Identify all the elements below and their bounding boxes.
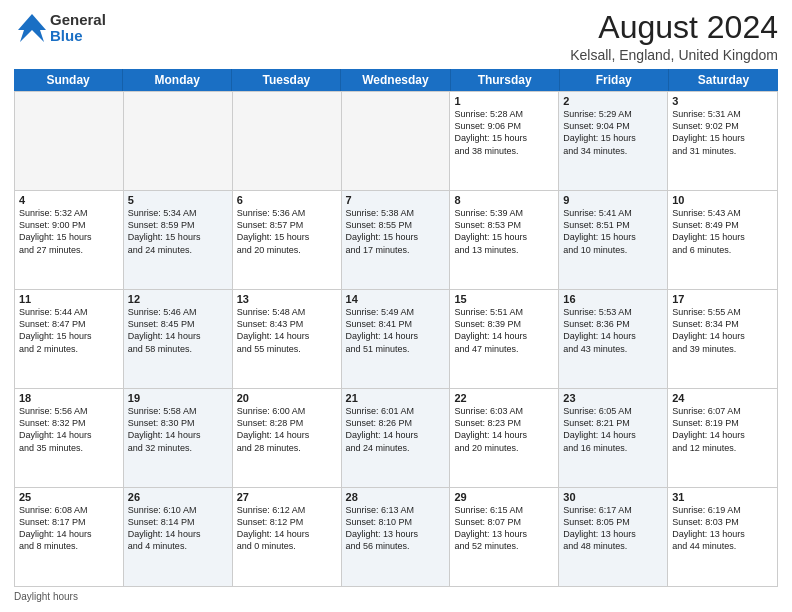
cell-info-line: Daylight: 14 hours <box>237 330 337 342</box>
cell-info-line: Sunset: 8:57 PM <box>237 219 337 231</box>
calendar-cell: 8Sunrise: 5:39 AMSunset: 8:53 PMDaylight… <box>450 191 559 289</box>
cell-info-line: Sunset: 8:55 PM <box>346 219 446 231</box>
cell-info-line: Sunrise: 6:12 AM <box>237 504 337 516</box>
cell-info-line: Sunset: 9:04 PM <box>563 120 663 132</box>
cell-info-line: Daylight: 14 hours <box>237 429 337 441</box>
cell-info-line: Sunset: 8:47 PM <box>19 318 119 330</box>
cell-info-line: and 17 minutes. <box>346 244 446 256</box>
cell-info-line: Sunrise: 5:58 AM <box>128 405 228 417</box>
cell-info-line: and 43 minutes. <box>563 343 663 355</box>
cell-info-line: and 20 minutes. <box>237 244 337 256</box>
day-header-monday: Monday <box>123 69 232 91</box>
cell-info-line: and 16 minutes. <box>563 442 663 454</box>
calendar-cell: 24Sunrise: 6:07 AMSunset: 8:19 PMDayligh… <box>668 389 777 487</box>
cell-info-line: Daylight: 15 hours <box>19 231 119 243</box>
cell-info-line: Sunrise: 5:49 AM <box>346 306 446 318</box>
cell-info-line: Daylight: 15 hours <box>563 132 663 144</box>
cell-info-line: Sunset: 8:03 PM <box>672 516 773 528</box>
calendar-cell: 4Sunrise: 5:32 AMSunset: 9:00 PMDaylight… <box>15 191 124 289</box>
day-number: 7 <box>346 194 446 206</box>
cell-info-line: Sunset: 8:34 PM <box>672 318 773 330</box>
calendar-cell: 2Sunrise: 5:29 AMSunset: 9:04 PMDaylight… <box>559 92 668 190</box>
cell-info-line: and 44 minutes. <box>672 540 773 552</box>
cell-info-line: Daylight: 14 hours <box>563 429 663 441</box>
calendar-cell: 6Sunrise: 5:36 AMSunset: 8:57 PMDaylight… <box>233 191 342 289</box>
calendar-cell: 7Sunrise: 5:38 AMSunset: 8:55 PMDaylight… <box>342 191 451 289</box>
day-number: 25 <box>19 491 119 503</box>
month-title: August 2024 <box>570 10 778 45</box>
calendar-cell: 23Sunrise: 6:05 AMSunset: 8:21 PMDayligh… <box>559 389 668 487</box>
calendar-cell: 22Sunrise: 6:03 AMSunset: 8:23 PMDayligh… <box>450 389 559 487</box>
calendar-header: SundayMondayTuesdayWednesdayThursdayFrid… <box>14 69 778 91</box>
cell-info-line: Sunrise: 5:38 AM <box>346 207 446 219</box>
cell-info-line: Daylight: 15 hours <box>128 231 228 243</box>
day-header-wednesday: Wednesday <box>341 69 450 91</box>
cell-info-line: Daylight: 15 hours <box>19 330 119 342</box>
calendar-cell <box>124 92 233 190</box>
cell-info-line: Sunrise: 6:15 AM <box>454 504 554 516</box>
cell-info-line: and 24 minutes. <box>346 442 446 454</box>
calendar-cell <box>15 92 124 190</box>
cell-info-line: and 55 minutes. <box>237 343 337 355</box>
cell-info-line: Sunset: 8:17 PM <box>19 516 119 528</box>
day-number: 15 <box>454 293 554 305</box>
cell-info-line: Sunrise: 5:41 AM <box>563 207 663 219</box>
cell-info-line: Daylight: 14 hours <box>128 429 228 441</box>
cell-info-line: Daylight: 14 hours <box>237 528 337 540</box>
day-number: 21 <box>346 392 446 404</box>
title-block: August 2024 Kelsall, England, United Kin… <box>570 10 778 63</box>
cell-info-line: Sunrise: 5:29 AM <box>563 108 663 120</box>
cell-info-line: Sunset: 9:02 PM <box>672 120 773 132</box>
cell-info-line: and 10 minutes. <box>563 244 663 256</box>
cell-info-line: and 32 minutes. <box>128 442 228 454</box>
day-number: 24 <box>672 392 773 404</box>
cell-info-line: and 0 minutes. <box>237 540 337 552</box>
cell-info-line: Sunset: 8:28 PM <box>237 417 337 429</box>
cell-info-line: Daylight: 13 hours <box>454 528 554 540</box>
cell-info-line: and 58 minutes. <box>128 343 228 355</box>
day-number: 16 <box>563 293 663 305</box>
calendar-cell: 3Sunrise: 5:31 AMSunset: 9:02 PMDaylight… <box>668 92 777 190</box>
cell-info-line: Daylight: 14 hours <box>346 330 446 342</box>
calendar-cell: 25Sunrise: 6:08 AMSunset: 8:17 PMDayligh… <box>15 488 124 586</box>
calendar-cell: 30Sunrise: 6:17 AMSunset: 8:05 PMDayligh… <box>559 488 668 586</box>
cell-info-line: Sunrise: 5:31 AM <box>672 108 773 120</box>
cell-info-line: Sunset: 8:45 PM <box>128 318 228 330</box>
calendar-cell: 1Sunrise: 5:28 AMSunset: 9:06 PMDaylight… <box>450 92 559 190</box>
svg-marker-0 <box>18 14 46 42</box>
cell-info-line: Sunset: 8:30 PM <box>128 417 228 429</box>
cell-info-line: Sunrise: 6:08 AM <box>19 504 119 516</box>
day-number: 6 <box>237 194 337 206</box>
calendar-cell: 29Sunrise: 6:15 AMSunset: 8:07 PMDayligh… <box>450 488 559 586</box>
cell-info-line: Daylight: 14 hours <box>19 429 119 441</box>
cell-info-line: Daylight: 15 hours <box>454 231 554 243</box>
calendar-cell: 17Sunrise: 5:55 AMSunset: 8:34 PMDayligh… <box>668 290 777 388</box>
cell-info-line: and 51 minutes. <box>346 343 446 355</box>
cell-info-line: and 6 minutes. <box>672 244 773 256</box>
cell-info-line: Daylight: 15 hours <box>454 132 554 144</box>
cell-info-line: Sunset: 8:23 PM <box>454 417 554 429</box>
day-number: 3 <box>672 95 773 107</box>
cell-info-line: Sunrise: 5:48 AM <box>237 306 337 318</box>
calendar-row-2: 4Sunrise: 5:32 AMSunset: 9:00 PMDaylight… <box>15 190 777 289</box>
day-number: 22 <box>454 392 554 404</box>
cell-info-line: Daylight: 14 hours <box>346 429 446 441</box>
day-header-friday: Friday <box>560 69 669 91</box>
cell-info-line: Daylight: 15 hours <box>563 231 663 243</box>
cell-info-line: Sunrise: 5:56 AM <box>19 405 119 417</box>
cell-info-line: Sunset: 8:10 PM <box>346 516 446 528</box>
cell-info-line: Sunrise: 5:55 AM <box>672 306 773 318</box>
cell-info-line: Sunset: 8:14 PM <box>128 516 228 528</box>
calendar-row-3: 11Sunrise: 5:44 AMSunset: 8:47 PMDayligh… <box>15 289 777 388</box>
cell-info-line: Sunset: 8:07 PM <box>454 516 554 528</box>
cell-info-line: and 13 minutes. <box>454 244 554 256</box>
cell-info-line: Sunset: 8:19 PM <box>672 417 773 429</box>
cell-info-line: Daylight: 14 hours <box>672 330 773 342</box>
calendar-body: 1Sunrise: 5:28 AMSunset: 9:06 PMDaylight… <box>14 91 778 587</box>
cell-info-line: Daylight: 15 hours <box>672 231 773 243</box>
day-header-thursday: Thursday <box>451 69 560 91</box>
cell-info-line: Sunset: 8:59 PM <box>128 219 228 231</box>
day-number: 31 <box>672 491 773 503</box>
cell-info-line: Daylight: 14 hours <box>454 330 554 342</box>
cell-info-line: and 38 minutes. <box>454 145 554 157</box>
